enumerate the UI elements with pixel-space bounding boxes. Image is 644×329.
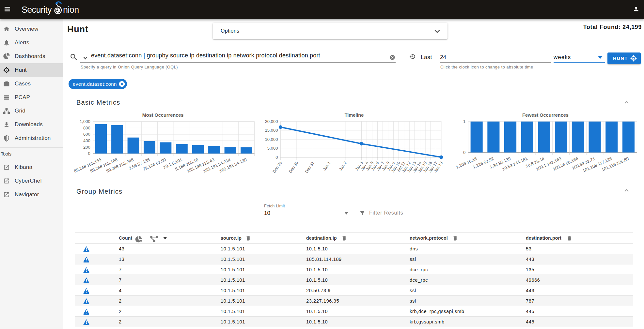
svg-text:10,000: 10,000: [265, 137, 278, 142]
svg-text:15,000: 15,000: [265, 128, 278, 133]
svg-text:Timeline: Timeline: [345, 112, 364, 118]
svg-text:Jan 1: Jan 1: [322, 161, 332, 172]
svg-text:Dec 30: Dec 30: [288, 161, 299, 174]
svg-text:5,000: 5,000: [267, 146, 278, 151]
svg-text:800: 800: [83, 126, 90, 130]
svg-text:Jan 2: Jan 2: [338, 161, 348, 172]
svg-text:200: 200: [83, 145, 90, 150]
svg-text:Dec 31: Dec 31: [304, 161, 315, 174]
svg-text:Dec 29: Dec 29: [272, 161, 283, 174]
svg-text:0: 0: [88, 151, 90, 156]
svg-text:Most Occurrences: Most Occurrences: [142, 112, 184, 118]
svg-text:1,000: 1,000: [80, 119, 90, 124]
svg-text:0: 0: [463, 150, 465, 155]
svg-text:600: 600: [83, 132, 90, 137]
svg-text:20,000: 20,000: [265, 119, 278, 124]
svg-text:400: 400: [83, 138, 90, 143]
svg-text:Fewest Occurrences: Fewest Occurrences: [522, 112, 569, 118]
svg-text:1: 1: [463, 119, 465, 124]
svg-text:0: 0: [275, 155, 278, 160]
